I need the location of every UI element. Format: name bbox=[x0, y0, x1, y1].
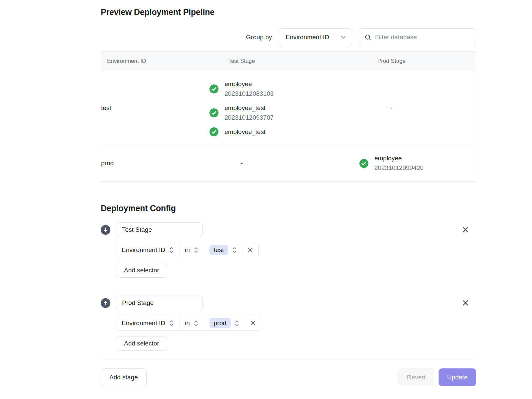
database-deployment-item: employee_test bbox=[209, 127, 266, 137]
prod-stage-cell: employee20231012090420 bbox=[307, 145, 476, 181]
database-deployment-item: employee20231012083103 bbox=[209, 79, 274, 99]
updown-chevrons-icon bbox=[232, 246, 237, 254]
selector-key-select[interactable]: Environment ID bbox=[116, 316, 179, 330]
revert-button[interactable]: Revert bbox=[398, 368, 434, 386]
selector-value-pill: prod bbox=[209, 318, 231, 328]
test-stage-cell: - bbox=[176, 145, 307, 181]
close-icon bbox=[250, 320, 256, 327]
add-stage-button[interactable]: Add stage bbox=[101, 368, 147, 386]
database-name: employee bbox=[374, 154, 424, 163]
success-check-icon bbox=[209, 84, 218, 93]
close-icon bbox=[462, 299, 469, 307]
stage-section: Environment IDintestAdd selector bbox=[101, 213, 476, 286]
footer-actions: Add stage Revert Update bbox=[101, 368, 476, 386]
selector-key-value: Environment ID bbox=[122, 246, 165, 254]
success-check-icon bbox=[359, 159, 368, 168]
filter-database-input[interactable] bbox=[375, 34, 470, 41]
column-header-prod-stage: Prod Stage bbox=[307, 58, 476, 65]
column-header-environment-id: Environment ID bbox=[101, 58, 176, 65]
database-name: employee_test bbox=[224, 103, 274, 113]
test-stage-cell: employee20231012083103employee_test20231… bbox=[176, 71, 307, 145]
table-row: testemployee20231012083103employee_test2… bbox=[101, 71, 476, 145]
selector-value-pill: test bbox=[209, 245, 228, 255]
selector-operator-value: in bbox=[185, 246, 190, 254]
stage-section: Environment IDinprodAdd selector bbox=[101, 286, 476, 359]
selector-key-value: Environment ID bbox=[122, 320, 165, 327]
database-version: 20231012093707 bbox=[224, 113, 274, 123]
search-icon bbox=[364, 34, 371, 41]
updown-chevrons-icon bbox=[169, 246, 174, 254]
group-by-select[interactable]: Environment ID bbox=[279, 28, 352, 46]
stage-up-arrow-icon bbox=[101, 298, 110, 308]
deployment-config-title: Deployment Config bbox=[101, 203, 476, 213]
selector-rule: Environment IDintest bbox=[116, 243, 259, 257]
selector-key-select[interactable]: Environment ID bbox=[116, 243, 179, 257]
selector-value-select[interactable]: test bbox=[204, 243, 242, 257]
success-check-icon bbox=[209, 127, 218, 136]
update-button[interactable]: Update bbox=[439, 368, 476, 386]
environment-cell: test bbox=[101, 71, 176, 145]
updown-chevrons-icon bbox=[169, 320, 174, 327]
close-icon bbox=[247, 247, 254, 253]
remove-selector-button[interactable] bbox=[245, 316, 261, 330]
stage-name-input[interactable] bbox=[116, 222, 203, 237]
updown-chevrons-icon bbox=[194, 246, 199, 254]
database-version: 20231012090420 bbox=[374, 163, 424, 173]
updown-chevrons-icon bbox=[234, 320, 239, 327]
prod-stage-cell: - bbox=[307, 71, 476, 145]
database-name: employee_test bbox=[224, 127, 266, 137]
column-header-test-stage: Test Stage bbox=[176, 58, 307, 65]
remove-selector-button[interactable] bbox=[242, 243, 258, 257]
close-icon bbox=[462, 226, 469, 234]
pipeline-table-header: Environment ID Test Stage Prod Stage bbox=[101, 52, 476, 71]
toolbar: Group by Environment ID bbox=[101, 28, 476, 46]
remove-stage-button[interactable] bbox=[460, 224, 471, 235]
empty-cell-dash: - bbox=[240, 160, 242, 167]
remove-stage-button[interactable] bbox=[460, 298, 471, 308]
add-selector-button[interactable]: Add selector bbox=[116, 263, 167, 278]
stages-list: Environment IDintestAdd selectorEnvironm… bbox=[101, 213, 476, 359]
selector-value-select[interactable]: prod bbox=[204, 316, 245, 330]
page-title: Preview Deployment Pipeline bbox=[101, 7, 476, 17]
selector-rule: Environment IDinprod bbox=[116, 316, 261, 331]
stage-down-arrow-icon bbox=[101, 225, 110, 235]
selector-operator-select[interactable]: in bbox=[179, 316, 204, 330]
stage-name-input[interactable] bbox=[116, 296, 203, 310]
empty-cell-dash: - bbox=[390, 104, 392, 112]
environment-cell: prod bbox=[101, 145, 176, 181]
preview-deployment-panel: Preview Deployment Pipeline Group by Env… bbox=[101, 0, 476, 399]
add-selector-button[interactable]: Add selector bbox=[116, 336, 167, 351]
chevron-down-icon bbox=[340, 34, 346, 40]
database-list: employee20231012083103employee_test20231… bbox=[209, 79, 274, 137]
pipeline-table-body: testemployee20231012083103employee_test2… bbox=[101, 71, 476, 181]
database-deployment-item: employee20231012090420 bbox=[359, 154, 424, 173]
database-list: employee20231012090420 bbox=[359, 154, 424, 173]
database-deployment-item: employee_test20231012093707 bbox=[209, 103, 274, 123]
database-version: 20231012083103 bbox=[224, 89, 274, 99]
filter-database-box bbox=[359, 28, 476, 46]
group-by-value: Environment ID bbox=[286, 34, 329, 41]
selector-operator-value: in bbox=[185, 320, 190, 327]
updown-chevrons-icon bbox=[194, 320, 199, 327]
selector-operator-select[interactable]: in bbox=[179, 243, 204, 257]
success-check-icon bbox=[209, 108, 218, 117]
group-by-label: Group by bbox=[246, 34, 272, 41]
table-row: prod-employee20231012090420 bbox=[101, 145, 476, 181]
pipeline-table: Environment ID Test Stage Prod Stage tes… bbox=[101, 51, 476, 182]
database-name: employee bbox=[224, 79, 274, 89]
